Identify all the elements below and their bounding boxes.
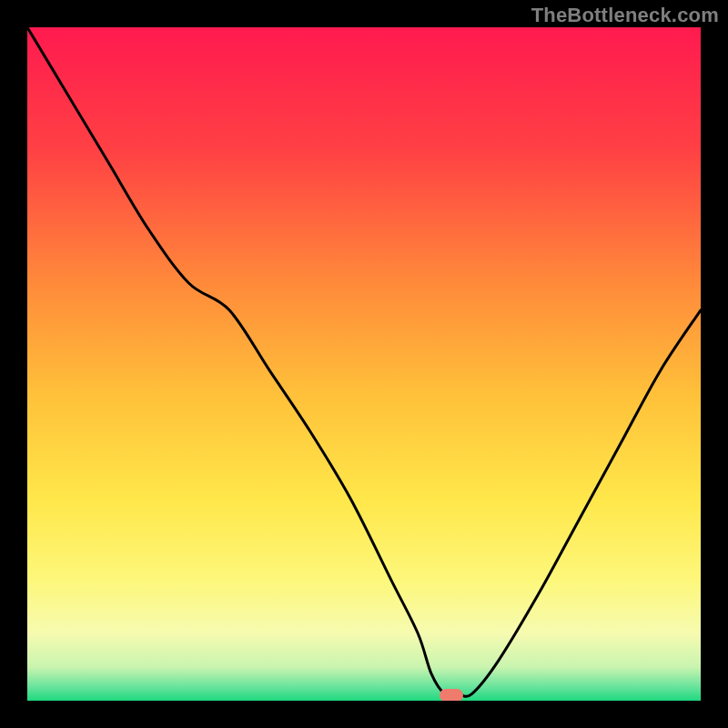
optimal-point-marker [440, 689, 463, 701]
chart-frame: TheBottleneck.com [0, 0, 728, 728]
bottleneck-curve [27, 27, 701, 701]
watermark-text: TheBottleneck.com [531, 4, 719, 27]
plot-area [27, 27, 701, 701]
